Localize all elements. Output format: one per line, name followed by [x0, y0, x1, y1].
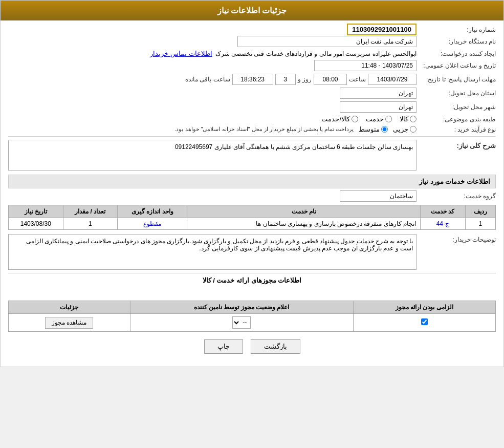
requester-label: ایجاد کننده درخواست:	[417, 50, 496, 57]
category-kala-text: کالا	[400, 115, 408, 123]
requester-contact-link[interactable]: اطلاعات تماس خریدار	[150, 50, 212, 57]
table-row: -- مشاهده مجوز	[9, 314, 496, 332]
city-value	[8, 101, 417, 113]
required-checkbox[interactable]	[421, 318, 428, 325]
service-code-link[interactable]: ج-44	[436, 220, 449, 227]
divider-2	[8, 273, 496, 273]
permits-table: الزامی بودن ارائه مجوز اعلام وضعیت مجوز …	[8, 301, 496, 332]
purchase-jozi-label[interactable]: جزیی	[393, 125, 417, 133]
supplier-status-select[interactable]: --	[232, 316, 251, 329]
province-value	[8, 88, 417, 99]
cell-need-date: 1403/08/30	[9, 218, 63, 230]
announce-row: تاریخ و ساعت اعلان عمومی:	[8, 60, 496, 71]
services-table: ردیف کد خدمت نام خدمت واحد اندازه گیری ت…	[8, 205, 496, 230]
announce-input	[314, 60, 417, 71]
purchase-motavasset-label[interactable]: متوسط	[359, 125, 388, 133]
cell-supplier-status: --	[130, 314, 353, 332]
requester-value: ابوالحسن علیزاده سرپرست امور مالی و قرار…	[8, 50, 417, 57]
need-number-value: 1103092921001100	[8, 26, 417, 33]
need-number-highlight: 1103092921001100	[347, 24, 417, 35]
category-kala-khedmat-text: کالا/خدمت	[321, 115, 350, 123]
purchase-motavasset-text: متوسط	[359, 125, 380, 133]
need-desc-value: بهسازی سالن جلسات طبقه 6 ساختمان مرکزی ش…	[8, 140, 417, 170]
need-number-label: شماره نیاز:	[417, 26, 496, 33]
deadline-date-input	[368, 74, 417, 85]
buyer-system-label: نام دستگاه خریدار:	[417, 38, 496, 45]
purchase-type-value: جزیی متوسط پرداخت تمام یا بخشی از مبلغ خ…	[8, 125, 417, 133]
deadline-time-input	[314, 74, 347, 85]
col-unit: واحد اندازه گیری	[118, 205, 187, 218]
purchase-type-note: پرداخت تمام یا بخشی از مبلغ خریدار از مح…	[174, 126, 354, 133]
action-buttons: بازگشت چاپ	[8, 339, 496, 354]
category-kala-label[interactable]: کالا	[400, 115, 417, 123]
announce-label: تاریخ و ساعت اعلان عمومی:	[417, 62, 496, 69]
services-section-header: اطلاعات خدمات مورد نیاز	[8, 175, 496, 188]
category-row: طبقه بندی موضوعی: کالا خدمت کالا/خدمت	[8, 115, 496, 123]
days-remaining-label: روز و	[298, 76, 312, 83]
category-kala-radio[interactable]	[410, 116, 417, 122]
cell-required	[353, 314, 495, 332]
deadline-label: مهلت ارسال پاسخ: تا تاریخ:	[417, 76, 496, 83]
category-khedmat-radio[interactable]	[385, 116, 392, 122]
divider-1	[8, 136, 496, 137]
col-service-name: نام خدمت	[187, 205, 421, 218]
category-kala-khedmat-radio[interactable]	[352, 116, 358, 122]
category-label: طبقه بندی موضوعی:	[417, 116, 496, 123]
category-kala-khedmat-label[interactable]: کالا/خدمت	[321, 115, 358, 123]
buyer-system-input	[237, 36, 417, 47]
deadline-row: مهلت ارسال پاسخ: تا تاریخ: ساعت روز و سا…	[8, 74, 496, 85]
col-need-date: تاریخ نیاز	[9, 205, 63, 218]
announce-value	[8, 60, 417, 71]
category-value: کالا خدمت کالا/خدمت	[8, 115, 417, 123]
province-label: استان محل تحویل:	[417, 90, 496, 97]
service-group-label: گروه خدمت:	[417, 193, 496, 200]
city-row: شهر محل تحویل:	[8, 101, 496, 113]
deadline-time-label: ساعت	[349, 76, 366, 83]
table-row: 1 ج-44 انجام کارهای متفرقه درخصوص بازساز…	[9, 218, 496, 230]
province-input	[340, 88, 417, 99]
content-area: شماره نیاز: 1103092921001100 نام دستگاه …	[1, 20, 503, 367]
buyer-notes-value: با توجه به شرح خدمات جدول پیشنهاد قطعی و…	[8, 234, 417, 270]
buyer-notes-box: با توجه به شرح خدمات جدول پیشنهاد قطعی و…	[8, 234, 417, 270]
days-input	[275, 74, 296, 85]
back-button[interactable]: بازگشت	[251, 339, 300, 354]
cell-row-num: 1	[465, 218, 495, 230]
purchase-motavasset-radio[interactable]	[381, 126, 388, 133]
services-table-header-row: ردیف کد خدمت نام خدمت واحد اندازه گیری ت…	[9, 205, 496, 218]
need-number-row: شماره نیاز: 1103092921001100	[8, 26, 496, 33]
buyer-system-value	[8, 36, 417, 47]
page-wrapper: جزئیات اطلاعات نیاز شماره نیاز: 11030929…	[0, 0, 504, 367]
cell-unit: مقطوع	[118, 218, 187, 230]
deadline-value: ساعت روز و ساعت باقی مانده	[8, 74, 417, 85]
requester-text: ابوالحسن علیزاده سرپرست امور مالی و قرار…	[215, 50, 417, 57]
view-permit-button[interactable]: مشاهده مجوز	[45, 317, 93, 329]
col-row-num: ردیف	[465, 205, 495, 218]
purchase-jozi-text: جزیی	[393, 125, 408, 133]
col-quantity: تعداد / مقدار	[63, 205, 117, 218]
purchase-type-label: نوع فرآیند خرید :	[417, 126, 496, 133]
buyer-notes-row: توضیحات خریدار: با توجه به شرح خدمات جدو…	[8, 234, 496, 270]
time-remaining-input	[232, 74, 273, 85]
cell-details: مشاهده مجوز	[9, 314, 130, 332]
city-label: شهر محل تحویل:	[417, 103, 496, 111]
print-button[interactable]: چاپ	[204, 339, 243, 354]
permits-header-row: الزامی بودن ارائه مجوز اعلام وضعیت مجوز …	[9, 301, 496, 314]
spacer	[8, 287, 496, 297]
permits-section-title: اطلاعات مجوزهای ارائه خدمت / کالا	[8, 276, 496, 284]
col-details: جزئیات	[9, 301, 130, 314]
cell-quantity: 1	[63, 218, 117, 230]
service-group-input	[340, 190, 417, 202]
service-group-value	[8, 190, 417, 202]
purchase-jozi-radio[interactable]	[410, 126, 417, 133]
page-title: جزئیات اطلاعات نیاز	[1, 1, 503, 20]
service-group-row: گروه خدمت:	[8, 190, 496, 202]
need-desc-row: شرح کلی نیاز: بهسازی سالن جلسات طبقه 6 س…	[8, 140, 496, 170]
need-desc-label: شرح کلی نیاز:	[417, 140, 496, 150]
unit-link[interactable]: مقطوع	[143, 220, 161, 227]
category-khedmat-label[interactable]: خدمت	[366, 115, 392, 123]
province-row: استان محل تحویل:	[8, 88, 496, 99]
buyer-system-row: نام دستگاه خریدار:	[8, 36, 496, 47]
col-required: الزامی بودن ارائه مجوز	[353, 301, 495, 314]
city-input	[340, 101, 417, 113]
time-remaining-label: ساعت باقی مانده	[185, 76, 230, 83]
